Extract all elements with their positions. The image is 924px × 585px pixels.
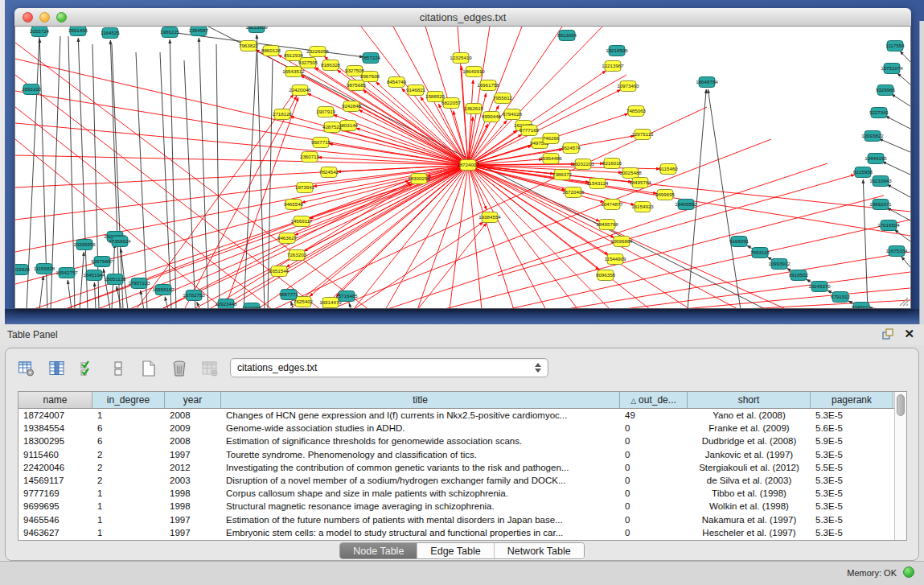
column-header-pagerank[interactable]: pagerank: [811, 392, 893, 408]
graph-node-yellow[interactable]: 6822057: [441, 98, 462, 109]
graph-node-teal[interactable]: 10993912: [768, 259, 791, 270]
column-header-title[interactable]: title: [221, 392, 620, 408]
graph-node-teal[interactable]: 1986225: [160, 27, 180, 38]
graph-node-yellow[interactable]: 18495764: [629, 178, 651, 188]
table-row[interactable]: 1938455462009Genome-wide association stu…: [18, 422, 906, 435]
graph-node-yellow[interactable]: 18640910: [462, 67, 485, 77]
graph-node-yellow[interactable]: 4287522: [322, 122, 343, 133]
graph-node-teal[interactable]: 19992071: [869, 200, 892, 210]
graph-node-yellow[interactable]: 18300295: [408, 174, 430, 184]
graph-node-yellow[interactable]: 10474877: [601, 200, 623, 210]
graph-node-teal[interactable]: 19218506: [606, 46, 628, 56]
graph-node-yellow[interactable]: 8454749: [387, 77, 407, 88]
graph-node-yellow[interactable]: 19384554: [478, 212, 501, 223]
select-checkmarks-icon[interactable]: [78, 359, 97, 378]
graph-node-teal[interactable]: 16451944: [83, 270, 105, 281]
graph-node-yellow[interactable]: 9777169: [519, 126, 540, 136]
graph-node-yellow[interactable]: 8186328: [321, 60, 341, 71]
graph-node-yellow[interactable]: 2360713: [300, 152, 320, 163]
table-columns-icon[interactable]: [47, 359, 67, 378]
graph-node-yellow[interactable]: 9242848: [342, 101, 362, 112]
graph-node-yellow[interactable]: 7824542: [319, 167, 339, 178]
graph-node-yellow[interactable]: 22420046: [289, 85, 311, 96]
graph-node-yellow[interactable]: 10973493: [617, 81, 639, 92]
graph-node-yellow[interactable]: 9115460: [659, 164, 678, 175]
graph-node-teal[interactable]: 9329966: [876, 85, 896, 96]
close-panel-icon[interactable]: ✕: [904, 328, 914, 340]
scrollbar-thumb[interactable]: [897, 394, 905, 416]
graph-node-teal[interactable]: 16033809: [245, 27, 268, 33]
table-row[interactable]: 1456911722003Disruption of a novel membe…: [18, 474, 906, 487]
graph-node-yellow[interactable]: 1973541: [295, 183, 315, 193]
graph-node-teal[interactable]: 8215958: [853, 167, 873, 178]
graph-node-teal[interactable]: 6791912: [831, 292, 851, 303]
graph-node-teal[interactable]: 16782753: [183, 290, 205, 301]
graph-node-yellow[interactable]: 12213967: [602, 61, 624, 72]
graph-node-teal[interactable]: 20206556: [73, 240, 96, 250]
graph-node-teal[interactable]: 16648784: [696, 77, 718, 88]
column-header-out_de[interactable]: △out_de...: [620, 392, 688, 408]
tab-network-table[interactable]: Network Table: [495, 543, 584, 558]
graph-node-teal[interactable]: 1164525: [101, 28, 120, 39]
graph-node-teal[interactable]: 7857224: [361, 53, 381, 64]
graph-node-yellow[interactable]: 23226058: [306, 47, 329, 57]
table-row[interactable]: 1830029562008Estimation of significance …: [18, 435, 906, 447]
graph-node-yellow[interactable]: 11544909: [604, 254, 626, 265]
graph-node-yellow[interactable]: 9146821: [406, 85, 426, 96]
table-row[interactable]: 969969511998Structural magnetic resonanc…: [18, 500, 906, 513]
graph-node-teal[interactable]: 7993115: [750, 248, 770, 258]
network-canvas[interactable]: 1872400779638228860128891293423226058932…: [14, 27, 911, 309]
window-resize-grip[interactable]: [897, 295, 909, 307]
graph-node-teal[interactable]: 9857771: [279, 290, 299, 300]
graph-node-teal[interactable]: 11675334: [885, 246, 908, 257]
table-row[interactable]: 977716911998Corpus callosum shape and si…: [18, 487, 906, 500]
graph-node-teal[interactable]: 2693100: [22, 84, 42, 95]
graph-node-yellow[interactable]: 7955812: [493, 93, 513, 104]
graph-node-teal[interactable]: 17359924: [109, 237, 131, 247]
graph-node-yellow[interactable]: 10696884: [610, 237, 633, 247]
graph-node-yellow[interactable]: 8096358: [596, 270, 616, 281]
graph-node-yellow[interactable]: 10025488: [619, 168, 642, 179]
table-row[interactable]: 911546021997Tourette syndrome. Phenomeno…: [18, 448, 906, 461]
graph-node-teal[interactable]: 1640955: [242, 303, 262, 310]
graph-node-yellow[interactable]: 16154923: [631, 202, 654, 212]
column-header-name[interactable]: name: [18, 392, 92, 408]
graph-node-yellow[interactable]: 7485063: [626, 106, 647, 117]
table-vertical-scrollbar[interactable]: [894, 392, 906, 540]
graph-node-yellow[interactable]: 1907919: [316, 107, 336, 117]
graph-node-teal[interactable]: 9168091: [729, 237, 749, 247]
graph-node-yellow[interactable]: 9463627: [277, 233, 298, 244]
graph-node-yellow[interactable]: 1362615: [464, 104, 484, 114]
graph-node-teal[interactable]: 16210643: [869, 176, 892, 187]
graph-node-teal[interactable]: 10245370: [808, 282, 831, 292]
graph-node-yellow[interactable]: 16720406: [562, 187, 585, 198]
graph-node-yellow[interactable]: 16543512: [282, 67, 305, 77]
graph-node-teal[interactable]: 15716485: [335, 291, 358, 302]
graph-node-teal[interactable]: 17016504: [877, 220, 900, 231]
graph-node-teal[interactable]: 2354587: [189, 27, 209, 36]
graph-node-teal[interactable]: 9227341: [869, 108, 889, 118]
float-panel-icon[interactable]: [881, 328, 894, 340]
graph-node-teal[interactable]: 1117554: [885, 41, 905, 51]
graph-node-teal[interactable]: 15051135: [104, 274, 126, 285]
new-table-icon[interactable]: [139, 359, 158, 378]
graph-node-teal[interactable]: 16958107: [152, 285, 175, 295]
column-header-short[interactable]: short: [688, 392, 811, 408]
graph-node-yellow[interactable]: 9465546: [284, 200, 304, 210]
graph-node-yellow[interactable]: 16961758: [477, 80, 499, 91]
graph-node-yellow[interactable]: 9699695: [655, 190, 676, 200]
column-header-in_degree[interactable]: in_degree: [92, 392, 165, 408]
graph-node-yellow[interactable]: 20364486: [540, 154, 562, 164]
graph-node-teal[interactable]: 17957223: [128, 278, 150, 289]
graph-node-yellow[interactable]: 8860128: [261, 46, 281, 56]
graph-node-yellow[interactable]: 12975115: [631, 130, 654, 140]
graph-node-yellow[interactable]: 9507715: [311, 138, 331, 148]
graph-node-teal[interactable]: 11156828: [34, 264, 55, 274]
graph-node-yellow[interactable]: 14569117: [290, 216, 313, 227]
graph-node-yellow[interactable]: 16032203: [572, 159, 594, 170]
delete-table-icon[interactable]: [170, 359, 189, 378]
graph-node-yellow[interactable]: 7263203: [287, 250, 307, 261]
table-row[interactable]: 946362711997Embryonic stem cells: a mode…: [18, 526, 906, 539]
graph-node-yellow[interactable]: 7386372: [552, 170, 573, 180]
graph-node-teal[interactable]: 2691406: [68, 27, 88, 36]
